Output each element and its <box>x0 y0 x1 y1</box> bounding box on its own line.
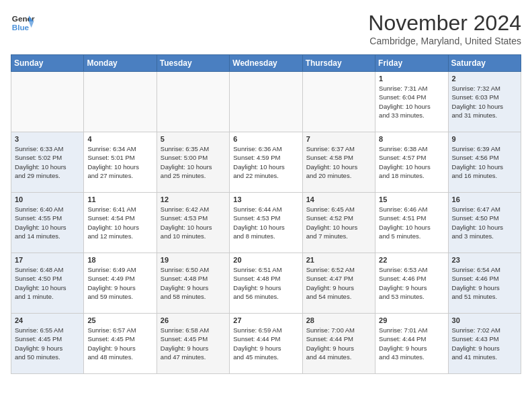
day-info: Sunrise: 6:42 AM Sunset: 4:53 PM Dayligh… <box>161 205 226 240</box>
calendar-cell: 3Sunrise: 6:33 AM Sunset: 5:02 PM Daylig… <box>11 132 84 193</box>
day-info: Sunrise: 7:01 AM Sunset: 4:44 PM Dayligh… <box>379 326 444 361</box>
calendar-cell: 21Sunrise: 6:52 AM Sunset: 4:47 PM Dayli… <box>302 253 375 314</box>
svg-marker-3 <box>29 21 34 28</box>
day-number: 10 <box>15 195 80 203</box>
day-number: 17 <box>15 256 80 264</box>
day-info: Sunrise: 6:57 AM Sunset: 4:45 PM Dayligh… <box>87 326 152 361</box>
day-number: 19 <box>161 256 226 264</box>
day-info: Sunrise: 6:37 AM Sunset: 4:58 PM Dayligh… <box>306 144 371 180</box>
day-info: Sunrise: 6:38 AM Sunset: 4:57 PM Dayligh… <box>379 144 444 180</box>
calendar-cell: 17Sunrise: 6:48 AM Sunset: 4:50 PM Dayli… <box>11 253 84 314</box>
calendar-cell: 6Sunrise: 6:36 AM Sunset: 4:59 PM Daylig… <box>230 132 302 193</box>
calendar-cell <box>157 72 229 132</box>
calendar-cell: 27Sunrise: 6:59 AM Sunset: 4:44 PM Dayli… <box>230 314 302 374</box>
week-row-5: 24Sunrise: 6:55 AM Sunset: 4:45 PM Dayli… <box>11 314 521 374</box>
week-row-3: 10Sunrise: 6:40 AM Sunset: 4:55 PM Dayli… <box>11 193 521 253</box>
logo-icon: General Blue <box>11 11 35 35</box>
day-info: Sunrise: 7:32 AM Sunset: 6:03 PM Dayligh… <box>452 84 517 120</box>
day-info: Sunrise: 6:54 AM Sunset: 4:46 PM Dayligh… <box>452 265 517 301</box>
day-info: Sunrise: 6:45 AM Sunset: 4:52 PM Dayligh… <box>306 205 371 240</box>
calendar-cell: 20Sunrise: 6:51 AM Sunset: 4:48 PM Dayli… <box>230 253 302 314</box>
day-number: 3 <box>15 135 80 143</box>
week-row-2: 3Sunrise: 6:33 AM Sunset: 5:02 PM Daylig… <box>11 132 521 193</box>
calendar-cell: 12Sunrise: 6:42 AM Sunset: 4:53 PM Dayli… <box>157 193 229 253</box>
day-number: 1 <box>379 75 444 83</box>
calendar-cell: 29Sunrise: 7:01 AM Sunset: 4:44 PM Dayli… <box>375 314 448 374</box>
day-number: 21 <box>306 256 371 264</box>
calendar-cell: 28Sunrise: 7:00 AM Sunset: 4:44 PM Dayli… <box>302 314 375 374</box>
day-info: Sunrise: 6:50 AM Sunset: 4:48 PM Dayligh… <box>161 265 226 301</box>
day-info: Sunrise: 6:35 AM Sunset: 5:00 PM Dayligh… <box>161 144 226 180</box>
calendar-cell: 7Sunrise: 6:37 AM Sunset: 4:58 PM Daylig… <box>302 132 375 193</box>
svg-text:Blue: Blue <box>12 23 30 32</box>
calendar-cell: 9Sunrise: 6:39 AM Sunset: 4:56 PM Daylig… <box>448 132 521 193</box>
day-number: 15 <box>379 195 444 203</box>
day-number: 29 <box>379 316 444 324</box>
day-number: 4 <box>87 135 152 143</box>
calendar-cell <box>84 72 157 132</box>
day-info: Sunrise: 6:58 AM Sunset: 4:45 PM Dayligh… <box>161 326 226 361</box>
day-info: Sunrise: 6:47 AM Sunset: 4:50 PM Dayligh… <box>452 205 517 240</box>
calendar-cell <box>11 72 84 132</box>
calendar-cell: 22Sunrise: 6:53 AM Sunset: 4:46 PM Dayli… <box>375 253 448 314</box>
weekday-header-wednesday: Wednesday <box>230 55 302 72</box>
logo: General Blue <box>11 11 35 35</box>
calendar-cell: 16Sunrise: 6:47 AM Sunset: 4:50 PM Dayli… <box>448 193 521 253</box>
calendar-cell: 4Sunrise: 6:34 AM Sunset: 5:01 PM Daylig… <box>84 132 157 193</box>
calendar-cell: 10Sunrise: 6:40 AM Sunset: 4:55 PM Dayli… <box>11 193 84 253</box>
day-number: 20 <box>233 256 298 264</box>
day-info: Sunrise: 6:52 AM Sunset: 4:47 PM Dayligh… <box>306 265 371 301</box>
weekday-header-thursday: Thursday <box>302 55 375 72</box>
day-number: 9 <box>452 135 517 143</box>
title-block: November 2024 Cambridge, Maryland, Unite… <box>368 11 521 46</box>
day-info: Sunrise: 6:49 AM Sunset: 4:49 PM Dayligh… <box>87 265 152 301</box>
calendar-cell: 23Sunrise: 6:54 AM Sunset: 4:46 PM Dayli… <box>448 253 521 314</box>
day-number: 14 <box>306 195 371 203</box>
day-number: 6 <box>233 135 298 143</box>
month-title: November 2024 <box>368 11 521 36</box>
day-number: 23 <box>452 256 517 264</box>
calendar-cell: 30Sunrise: 7:02 AM Sunset: 4:43 PM Dayli… <box>448 314 521 374</box>
day-number: 11 <box>87 195 152 203</box>
day-number: 2 <box>452 75 517 83</box>
day-info: Sunrise: 6:46 AM Sunset: 4:51 PM Dayligh… <box>379 205 444 240</box>
day-info: Sunrise: 7:02 AM Sunset: 4:43 PM Dayligh… <box>452 326 517 361</box>
location-subtitle: Cambridge, Maryland, United States <box>368 36 521 46</box>
day-number: 12 <box>161 195 226 203</box>
calendar-cell: 19Sunrise: 6:50 AM Sunset: 4:48 PM Dayli… <box>157 253 229 314</box>
day-number: 13 <box>233 195 298 203</box>
week-row-1: 1Sunrise: 7:31 AM Sunset: 6:04 PM Daylig… <box>11 72 521 132</box>
day-number: 24 <box>15 316 80 324</box>
weekday-header-friday: Friday <box>375 55 448 72</box>
weekday-header-sunday: Sunday <box>11 55 84 72</box>
calendar-cell <box>302 72 375 132</box>
day-info: Sunrise: 7:00 AM Sunset: 4:44 PM Dayligh… <box>306 326 371 361</box>
day-number: 25 <box>87 316 152 324</box>
calendar-cell: 11Sunrise: 6:41 AM Sunset: 4:54 PM Dayli… <box>84 193 157 253</box>
day-number: 28 <box>306 316 371 324</box>
day-info: Sunrise: 6:36 AM Sunset: 4:59 PM Dayligh… <box>233 144 298 180</box>
calendar-cell <box>230 72 302 132</box>
calendar-cell: 5Sunrise: 6:35 AM Sunset: 5:00 PM Daylig… <box>157 132 229 193</box>
day-info: Sunrise: 6:53 AM Sunset: 4:46 PM Dayligh… <box>379 265 444 301</box>
weekday-header-row: SundayMondayTuesdayWednesdayThursdayFrid… <box>11 55 521 72</box>
weekday-header-monday: Monday <box>84 55 157 72</box>
day-number: 27 <box>233 316 298 324</box>
day-info: Sunrise: 6:33 AM Sunset: 5:02 PM Dayligh… <box>15 144 80 180</box>
day-info: Sunrise: 6:51 AM Sunset: 4:48 PM Dayligh… <box>233 265 298 301</box>
weekday-header-tuesday: Tuesday <box>157 55 229 72</box>
calendar-cell: 8Sunrise: 6:38 AM Sunset: 4:57 PM Daylig… <box>375 132 448 193</box>
day-info: Sunrise: 6:39 AM Sunset: 4:56 PM Dayligh… <box>452 144 517 180</box>
day-info: Sunrise: 6:59 AM Sunset: 4:44 PM Dayligh… <box>233 326 298 361</box>
day-info: Sunrise: 6:34 AM Sunset: 5:01 PM Dayligh… <box>87 144 152 180</box>
calendar-cell: 26Sunrise: 6:58 AM Sunset: 4:45 PM Dayli… <box>157 314 229 374</box>
day-number: 30 <box>452 316 517 324</box>
day-number: 22 <box>379 256 444 264</box>
calendar-table: SundayMondayTuesdayWednesdayThursdayFrid… <box>11 54 521 374</box>
week-row-4: 17Sunrise: 6:48 AM Sunset: 4:50 PM Dayli… <box>11 253 521 314</box>
day-info: Sunrise: 6:44 AM Sunset: 4:53 PM Dayligh… <box>233 205 298 240</box>
calendar-cell: 24Sunrise: 6:55 AM Sunset: 4:45 PM Dayli… <box>11 314 84 374</box>
day-number: 26 <box>161 316 226 324</box>
calendar-cell: 13Sunrise: 6:44 AM Sunset: 4:53 PM Dayli… <box>230 193 302 253</box>
weekday-header-saturday: Saturday <box>448 55 521 72</box>
